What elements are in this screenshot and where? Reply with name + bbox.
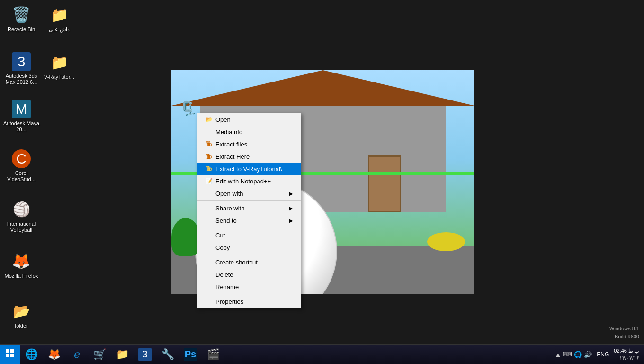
- extract-here-icon: 🗜: [205, 153, 213, 160]
- taskbar-photoshop[interactable]: Ps: [179, 345, 202, 364]
- taskbar-app7[interactable]: 🔧: [156, 345, 179, 364]
- taskbar-app9[interactable]: 🎬: [202, 345, 224, 364]
- firefox-taskbar-icon: 🦊: [48, 348, 61, 361]
- context-menu-open-with[interactable]: Open with ▶: [197, 187, 301, 200]
- context-menu-share-with[interactable]: Share with ▶: [197, 202, 301, 214]
- mediainfo-icon: [205, 128, 213, 136]
- separator-2: [197, 228, 301, 228]
- folder-icon: 📂: [11, 301, 31, 321]
- autodesk-3ds-icon: 3: [12, 52, 31, 71]
- context-menu-rename[interactable]: Rename: [197, 281, 301, 293]
- recycle-bin-icon: 🗑️: [11, 5, 31, 25]
- windows-build-line1: Windows 8.1: [609, 325, 639, 333]
- context-menu-extract-to[interactable]: 🗜 Extract to V-RayTutorial\: [197, 163, 301, 175]
- desktop-icon-dash-ali[interactable]: 📁 داش علی: [40, 5, 78, 33]
- context-menu-mediainfo[interactable]: MediaInfo: [197, 126, 301, 138]
- firefox-desktop-icon: 🦊: [11, 251, 31, 271]
- shortcut-icon: [205, 258, 213, 266]
- open-with-icon: [205, 190, 213, 197]
- files-icon: 📁: [116, 348, 129, 361]
- taskbar-autodesk[interactable]: 3: [134, 345, 156, 364]
- copy-icon: [205, 244, 213, 251]
- desktop-icon-vray-folder[interactable]: 📁 V-RayTutor...: [40, 52, 78, 80]
- taskbar-clock[interactable]: 02:46 ب.ظ ۱۴/۰۷/۱۶: [614, 347, 639, 361]
- windows-build-line2: Build 9600: [609, 333, 639, 341]
- desktop-icon-firefox[interactable]: 🦊 Mozilla Firefox: [2, 251, 40, 279]
- separator-1: [197, 200, 301, 201]
- svg-rect-2: [6, 354, 9, 357]
- dash-ali-label: داش علی: [49, 27, 70, 33]
- dash-ali-icon: 📁: [49, 5, 69, 25]
- taskbar-store[interactable]: 🛒: [88, 345, 111, 364]
- share-with-icon: [205, 204, 213, 212]
- context-menu-extract-files[interactable]: 🗜 Extract files...: [197, 138, 301, 150]
- vray-folder-label: V-RayTutor...: [44, 74, 74, 80]
- taskbar-firefox[interactable]: 🦊: [43, 345, 65, 364]
- taskbar-chrome[interactable]: 🌐: [20, 345, 43, 364]
- context-menu-extract-here[interactable]: 🗜 Extract Here: [197, 150, 301, 163]
- taskbar-files[interactable]: 📁: [111, 345, 134, 364]
- taskbar-ie[interactable]: ℯ: [65, 345, 88, 364]
- context-menu-send-to[interactable]: Send to ▶: [197, 214, 301, 227]
- network-icon[interactable]: 🌐: [574, 351, 582, 358]
- context-menu-open[interactable]: 📂 Open: [197, 113, 301, 126]
- desktop-icon-folder[interactable]: 📂 folder: [2, 301, 40, 329]
- firefox-label: Mozilla Firefox: [5, 273, 38, 279]
- folder-label: folder: [15, 323, 28, 329]
- separator-3: [197, 255, 301, 255]
- clock-date: ۱۴/۰۷/۱۶: [614, 355, 639, 361]
- context-menu-delete[interactable]: Delete: [197, 268, 301, 281]
- volume-icon[interactable]: 🔊: [584, 351, 592, 358]
- app9-icon: 🎬: [207, 348, 220, 361]
- corel-label: Corel VideoStud...: [2, 170, 40, 182]
- language-label[interactable]: ENG: [597, 351, 609, 358]
- desktop-icon-autodesk-3ds[interactable]: 3 Autodesk 3ds Max 2012 6...: [2, 52, 40, 85]
- context-menu-copy[interactable]: Copy: [197, 241, 301, 254]
- desktop-icon-volleyball[interactable]: 🏐 International Volleyball: [2, 199, 40, 233]
- context-menu-edit-notepad[interactable]: 📝 Edit with Notepad++: [197, 175, 301, 187]
- keyboard-icon[interactable]: ⌨: [563, 351, 572, 358]
- flowers: [427, 232, 465, 251]
- tree: [171, 218, 200, 256]
- svg-rect-1: [10, 349, 14, 353]
- recycle-bin-label: Recycle Bin: [8, 27, 35, 33]
- context-menu-create-shortcut[interactable]: Create shortcut: [197, 256, 301, 268]
- autodesk-3ds-label: Autodesk 3ds Max 2012 6...: [2, 73, 40, 85]
- delete-icon: [205, 271, 213, 278]
- windows-build-info: Windows 8.1 Build 9600: [609, 325, 639, 340]
- start-button[interactable]: [0, 345, 20, 364]
- up-arrow-icon[interactable]: ▲: [555, 351, 561, 358]
- photoshop-icon: Ps: [184, 348, 197, 361]
- taskbar-system-tray: ▲ ⌨ 🌐 🔊 ENG 02:46 ب.ظ ۱۴/۰۷/۱۶: [555, 347, 644, 361]
- maya-icon: M: [12, 100, 31, 118]
- desktop-icon-maya[interactable]: M Autodesk Maya 20...: [2, 100, 40, 133]
- cut-icon: [205, 231, 213, 239]
- desktop: 🗜️ 🗑️ Recycle Bin 📁 داش علی 3 Autodesk 3…: [0, 0, 644, 364]
- taskbar-apps: 🌐 🦊 ℯ 🛒 📁 3 🔧 Ps 🎬: [20, 345, 555, 364]
- desktop-icon-corel[interactable]: C Corel VideoStud...: [2, 149, 40, 182]
- maya-label: Autodesk Maya 20...: [2, 120, 40, 133]
- corel-icon: C: [12, 149, 31, 168]
- send-to-arrow: ▶: [289, 218, 293, 223]
- context-menu-properties[interactable]: Properties: [197, 295, 301, 308]
- vray-file-icon[interactable]: 🗜️: [180, 100, 197, 116]
- svg-rect-0: [6, 349, 9, 353]
- context-menu-cut[interactable]: Cut: [197, 229, 301, 241]
- store-icon: 🛒: [93, 348, 106, 361]
- open-icon: 📂: [205, 116, 213, 123]
- separator-4: [197, 294, 301, 294]
- system-tray-icons: ▲ ⌨ 🌐 🔊: [555, 351, 592, 358]
- properties-icon: [205, 298, 213, 305]
- app7-icon: 🔧: [161, 348, 174, 361]
- open-with-arrow: ▶: [289, 191, 293, 196]
- svg-rect-3: [10, 354, 14, 357]
- ie-icon: ℯ: [74, 348, 80, 361]
- send-to-icon: [205, 217, 213, 224]
- taskbar: 🌐 🦊 ℯ 🛒 📁 3 🔧 Ps 🎬: [0, 344, 644, 364]
- desktop-icon-recycle-bin[interactable]: 🗑️ Recycle Bin: [2, 5, 40, 33]
- rename-icon: [205, 283, 213, 291]
- vray-folder-icon: 📁: [49, 52, 69, 72]
- share-with-arrow: ▶: [289, 206, 293, 211]
- notepad-icon: 📝: [205, 177, 213, 185]
- windows-logo-icon: [5, 348, 15, 360]
